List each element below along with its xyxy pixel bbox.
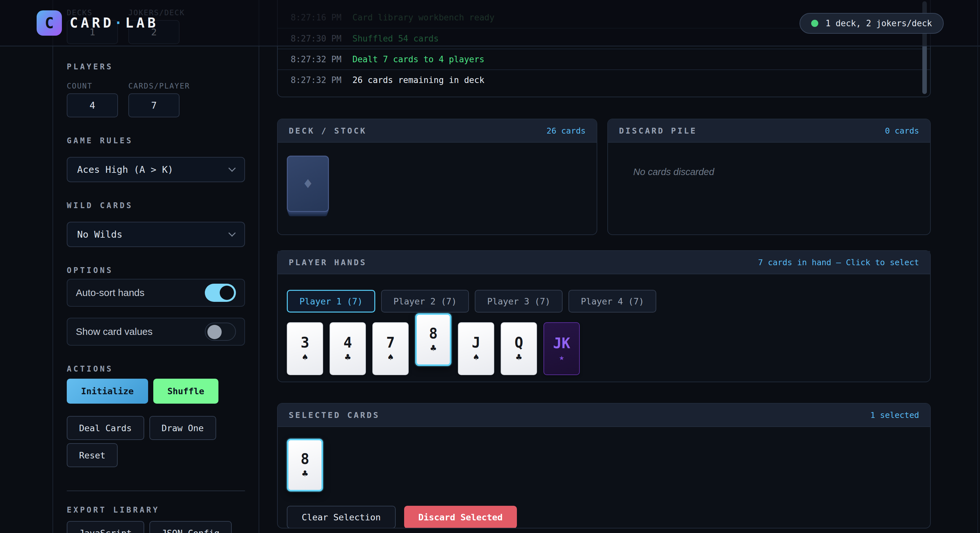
selected-cards-title: SELECTED CARDS — [289, 410, 380, 420]
cards-per-player-field: CARDS/PLAYER — [128, 82, 180, 117]
spade-suit-icon: ♠ — [473, 353, 479, 362]
club-suit-icon: ♣ — [302, 469, 308, 479]
main-content: 8:27:16 PM Card library workbench ready … — [259, 0, 980, 533]
sidebar: DECKS JOKERS/DECK PLAYERS COUNT CARDS/PL… — [52, 0, 259, 533]
card-rank: 8 — [301, 452, 310, 466]
card-rank: 8 — [429, 327, 438, 341]
export-json-config-button[interactable]: JSON Config — [150, 521, 232, 533]
auto-sort-label: Auto-sort hands — [76, 287, 145, 298]
spade-suit-icon: ♠ — [388, 353, 393, 362]
club-suit-icon: ♣ — [430, 343, 436, 353]
playing-card[interactable]: 7 ♠ — [372, 322, 409, 375]
wild-cards-section-label: WILD CARDS — [67, 201, 245, 210]
playing-card[interactable]: Q ♣ — [501, 322, 537, 375]
actions-row-reset: Reset — [67, 443, 245, 467]
playing-card[interactable]: J ♠ — [458, 322, 494, 375]
shuffle-button[interactable]: Shuffle — [153, 379, 219, 404]
discard-pile-header: DISCARD PILE 0 cards — [608, 119, 930, 143]
selected-cards-panel: SELECTED CARDS 1 selected 8 ♣ Clear Sele… — [277, 403, 931, 528]
deck-stock-panel: DECK / STOCK 26 cards ♦ — [277, 119, 597, 235]
game-rules-select[interactable]: Aces High (A > K) — [67, 157, 245, 182]
selected-actions-row: Clear Selection Discard Selected — [287, 506, 921, 528]
tab-player-3[interactable]: Player 3 (7) — [475, 290, 563, 313]
app-logo-icon: C — [37, 10, 62, 36]
actions-section-label: ACTIONS — [67, 364, 245, 373]
reset-button[interactable]: Reset — [67, 443, 118, 467]
player-hands-body: Player 1 (7) Player 2 (7) Player 3 (7) P… — [278, 274, 930, 387]
club-suit-icon: ♣ — [345, 353, 351, 362]
deck-stock-title: DECK / STOCK — [289, 126, 367, 136]
hand-cards-row: 3 ♠ 4 ♣ 7 ♠ 8 ♣ — [287, 322, 921, 387]
game-rules-section-label: GAME RULES — [67, 136, 245, 145]
card-rank: 7 — [386, 335, 395, 350]
tab-player-2[interactable]: Player 2 (7) — [381, 290, 469, 313]
player-tabs: Player 1 (7) Player 2 (7) Player 3 (7) P… — [287, 290, 921, 313]
player-count-input[interactable] — [67, 93, 118, 117]
title-secondary: LAB — [125, 15, 159, 31]
joker-card[interactable]: JK ★ — [544, 322, 580, 375]
discard-pile-title: DISCARD PILE — [619, 126, 697, 136]
actions-row-secondary: Deal Cards Draw One — [67, 416, 245, 440]
deck-stock-header: DECK / STOCK 26 cards — [278, 119, 597, 143]
initialize-button[interactable]: Initialize — [67, 379, 148, 404]
discard-empty-message: No cards discarded — [633, 167, 930, 177]
players-fields: COUNT CARDS/PLAYER — [67, 82, 245, 117]
selected-cards-body: 8 ♣ Clear Selection Discard Selected — [278, 427, 930, 528]
deal-cards-button[interactable]: Deal Cards — [67, 416, 144, 440]
log-message: Dealt 7 cards to 4 players — [353, 54, 485, 64]
logo-letter: C — [45, 14, 54, 32]
card-rank: 3 — [301, 335, 310, 350]
deck-stock-count: 26 cards — [547, 126, 585, 136]
player-hands-title: PLAYER HANDS — [289, 258, 367, 267]
spade-suit-icon: ♠ — [302, 353, 308, 362]
show-values-toggle[interactable] — [205, 322, 236, 341]
discard-selected-button[interactable]: Discard Selected — [404, 506, 517, 528]
toggle-knob — [220, 286, 234, 300]
sidebar-divider — [67, 490, 245, 491]
player-count-field: COUNT — [67, 82, 118, 117]
export-buttons-row: JavaScript JSON Config — [67, 521, 245, 533]
cards-per-player-label: CARDS/PLAYER — [128, 82, 180, 90]
draw-one-button[interactable]: Draw One — [150, 416, 216, 440]
card-rank: JK — [553, 336, 570, 351]
status-badge-text: 1 deck, 2 jokers/deck — [826, 19, 932, 28]
show-values-label: Show card values — [76, 326, 153, 337]
wild-cards-select[interactable]: No Wilds — [67, 222, 245, 247]
tab-player-1[interactable]: Player 1 (7) — [287, 290, 375, 313]
log-row: 8:27:32 PM 26 cards remaining in deck — [278, 69, 930, 90]
deck-status-badge: 1 deck, 2 jokers/deck — [800, 13, 944, 34]
player-hands-hint: 7 cards in hand — Click to select — [758, 258, 919, 267]
player-count-label: COUNT — [67, 82, 118, 90]
card-lab-app: DECKS JOKERS/DECK PLAYERS COUNT CARDS/PL… — [0, 0, 980, 533]
star-icon: ★ — [559, 353, 564, 362]
card-back-diamond-icon: ♦ — [303, 175, 312, 193]
deck-card-back[interactable]: ♦ — [287, 156, 329, 212]
playing-card-selected[interactable]: 8 ♣ — [415, 313, 452, 366]
playing-card[interactable]: 4 ♣ — [329, 322, 366, 375]
export-section-label: EXPORT LIBRARY — [67, 506, 245, 514]
log-timestamp: 8:27:32 PM — [291, 75, 342, 85]
card-rank: J — [472, 335, 480, 350]
app-title: CARD·LAB — [70, 15, 159, 31]
cards-per-player-input[interactable] — [128, 93, 180, 117]
toggle-knob — [207, 325, 222, 339]
club-suit-icon: ♣ — [516, 353, 522, 362]
auto-sort-toggle-row: Auto-sort hands — [67, 279, 245, 307]
selected-card[interactable]: 8 ♣ — [287, 439, 323, 492]
auto-sort-toggle[interactable] — [205, 284, 236, 302]
title-primary: CARD — [70, 15, 114, 31]
chevron-down-icon — [229, 229, 236, 237]
discard-pile-count: 0 cards — [885, 126, 919, 136]
export-javascript-button[interactable]: JavaScript — [67, 521, 144, 533]
window-scrollbar-track[interactable] — [977, 0, 978, 533]
player-hands-panel: PLAYER HANDS 7 cards in hand — Click to … — [277, 250, 931, 382]
tab-player-4[interactable]: Player 4 (7) — [568, 290, 656, 313]
status-dot-icon — [811, 20, 818, 27]
selected-cards-header: SELECTED CARDS 1 selected — [278, 404, 930, 427]
player-hands-header: PLAYER HANDS 7 cards in hand — Click to … — [278, 251, 930, 274]
playing-card[interactable]: 3 ♠ — [287, 322, 323, 375]
options-section-label: OPTIONS — [67, 266, 245, 275]
deck-stock-body: ♦ — [278, 143, 597, 225]
clear-selection-button[interactable]: Clear Selection — [287, 506, 396, 528]
log-timestamp: 8:27:32 PM — [291, 54, 342, 64]
